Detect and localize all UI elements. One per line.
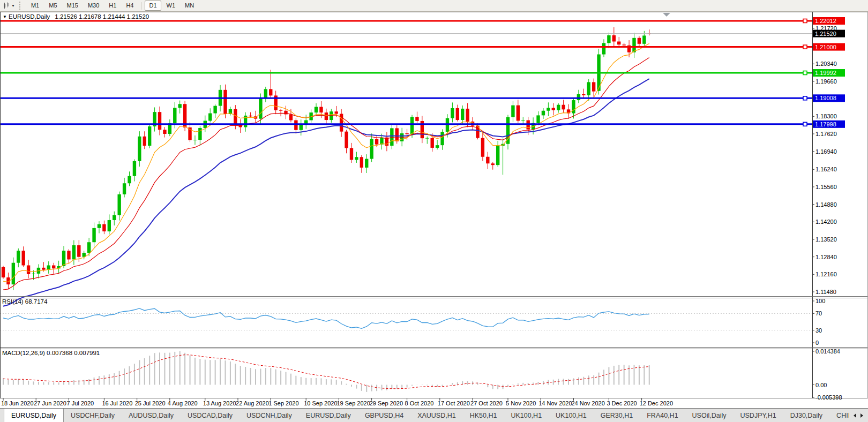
price-level-marker[interactable]	[803, 122, 807, 126]
chart-tab-4-usdcnh-daily[interactable]: USDCNH,Daily	[240, 409, 299, 422]
chart-tab-0-eurusd-daily[interactable]: EURUSD,Daily	[4, 409, 64, 422]
candle-body	[2, 267, 5, 277]
candle-body	[123, 183, 126, 194]
chart-window: 1.217201.203401.196601.183001.176201.169…	[0, 12, 868, 408]
candle-body	[415, 117, 418, 121]
candle-body	[67, 251, 70, 259]
chart-tab-5-eurusd-daily[interactable]: EURUSD,Daily	[299, 409, 358, 422]
candle-body	[572, 100, 575, 114]
candle-body	[117, 194, 121, 215]
date-tick-label: 27 Jun 2020	[34, 400, 66, 406]
price-badge-label: 1.19008	[815, 95, 836, 101]
chart-title: EURUSD,Daily1.21526 1.21678 1.21444 1.21…	[9, 13, 149, 20]
candle-body	[632, 38, 635, 52]
candle-body	[607, 35, 610, 43]
candle-body	[542, 111, 545, 116]
price-tick-label: 1.20340	[815, 61, 837, 67]
candle-body	[143, 137, 146, 146]
chart-tab-12-fra40-h1[interactable]: FRA40,H1	[640, 409, 685, 422]
candle-body	[446, 118, 449, 132]
candle-body	[87, 242, 91, 253]
chart-tab-15-dj30-daily[interactable]: DJ30,Daily	[783, 409, 829, 422]
candle-body	[521, 120, 525, 121]
macd-pane[interactable]	[1, 349, 812, 398]
candle-body	[193, 140, 197, 140]
chart-tab-6-gbpusd-h4[interactable]: GBPUSD,H4	[358, 409, 410, 422]
chart-tab-2-audusd-daily[interactable]: AUDUSD,Daily	[122, 409, 181, 422]
timeframe-button-m30[interactable]: M30	[84, 1, 103, 11]
candle-body	[536, 115, 540, 123]
tab-scroll-arrows	[849, 409, 868, 422]
date-tick-label: 18 Jun 2020	[1, 400, 34, 406]
price-tick-label: 1.14880	[815, 201, 837, 208]
candle-body	[410, 117, 414, 134]
toolbar-grip[interactable]	[19, 2, 22, 10]
candle-body	[72, 245, 76, 259]
chart-cursor-icon[interactable]	[2, 2, 10, 10]
tabs-scroll-right-icon[interactable]	[860, 413, 863, 418]
candle-body	[32, 274, 35, 274]
chart-tab-11-ger30-h1[interactable]: GER30,H1	[594, 409, 640, 422]
chart-tab-10-uk100-h1[interactable]: UK100,H1	[549, 409, 594, 422]
date-tick-label: 7 Jul 2020	[66, 400, 94, 406]
candle-body	[496, 146, 499, 165]
price-level-marker[interactable]	[803, 45, 807, 49]
candle-body	[461, 109, 464, 120]
timeframe-button-m1[interactable]: M1	[27, 1, 43, 11]
candle-body	[587, 82, 590, 95]
title-collapse-arrow-icon[interactable]: ▼	[3, 14, 7, 19]
candle-body	[642, 35, 646, 43]
price-tick-label: 1.19660	[815, 78, 837, 85]
candle-body	[360, 157, 363, 168]
timeframe-button-h1[interactable]: H1	[104, 1, 121, 11]
date-tick-label: 24 Nov 2020	[571, 400, 604, 406]
macd-tick-label: 0.00	[815, 382, 827, 388]
price-tick-label: 1.16240	[815, 166, 837, 172]
chart-tab-7-xauusd-h1[interactable]: XAUUSD,H1	[410, 409, 463, 422]
timeframe-button-m15[interactable]: M15	[63, 1, 83, 11]
timeframe-button-mn[interactable]: MN	[181, 1, 198, 11]
candle-body	[577, 94, 580, 100]
price-badge-label: 1.22012	[815, 18, 836, 24]
candle-body	[279, 110, 282, 111]
chart-tab-9-uk100-h1[interactable]: UK100,H1	[504, 409, 549, 422]
candle-body	[113, 215, 116, 220]
candle-body	[517, 106, 520, 121]
candle-body	[249, 116, 252, 116]
timeframe-button-d1[interactable]: D1	[145, 1, 161, 11]
price-tick-label: 1.13520	[815, 236, 837, 243]
price-level-marker[interactable]	[803, 96, 807, 100]
candle-body	[335, 111, 338, 114]
rsi-pane[interactable]	[1, 298, 812, 347]
candle-body	[208, 114, 212, 121]
rsi-tick-label: 0	[815, 340, 819, 346]
date-tick-label: 17 Oct 2020	[438, 400, 470, 406]
timeframe-button-h4[interactable]: H4	[122, 1, 138, 11]
price-level-marker[interactable]	[803, 71, 807, 75]
price-level-marker[interactable]	[803, 19, 807, 22]
macd-indicator-label: MACD(12,26,9) 0.007368 0.007991	[2, 350, 100, 356]
candle-body	[289, 114, 293, 120]
chart-tab-3-usdcad-daily[interactable]: USDCAD,Daily	[181, 409, 240, 422]
candle-body	[350, 148, 353, 160]
main-plot-area[interactable]	[1, 12, 812, 296]
candle-body	[365, 159, 368, 168]
tabs-scroll-left-icon[interactable]	[854, 413, 856, 418]
candle-body	[133, 161, 136, 176]
timeframe-button-m5[interactable]: M5	[44, 1, 61, 11]
chart-tab-13-usoil-daily[interactable]: USOil,Daily	[685, 409, 734, 422]
chart-tab-1-usdchf-daily[interactable]: USDCHF,Daily	[64, 409, 122, 422]
chart-tab-8-hk50-h1[interactable]: HK50,H1	[463, 409, 504, 422]
chart-tab-14-usdjpy-h1[interactable]: USDJPY,H1	[734, 409, 783, 422]
candle-body	[451, 108, 454, 118]
toolbar: ▼ M1M5M15M30H1H4D1W1MN	[0, 0, 868, 12]
timeframe-button-w1[interactable]: W1	[162, 1, 180, 11]
candle-body	[138, 137, 141, 161]
candle-body	[638, 38, 641, 44]
candle-body	[552, 108, 555, 110]
toolbar-dropdown-arrow-icon[interactable]: ▼	[11, 4, 15, 7]
candle-body	[380, 138, 383, 145]
candle-body	[319, 107, 323, 113]
candle-body	[198, 128, 201, 140]
price-badge-label: 1.17998	[815, 121, 836, 127]
